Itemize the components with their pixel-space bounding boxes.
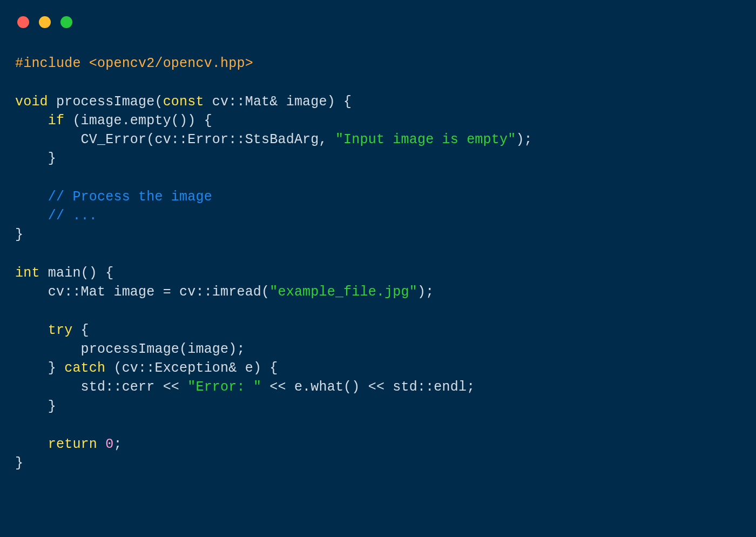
cv-error-call: CV_Error(cv::Error::StsBadArg,: [15, 132, 335, 147]
keyword-void: void: [15, 94, 48, 110]
cerr-line: std::cerr <<: [15, 379, 187, 395]
call-processImage: processImage(image);: [15, 341, 245, 357]
keyword-if: if: [48, 113, 64, 129]
keyword-catch: catch: [64, 360, 105, 376]
maximize-icon[interactable]: [60, 16, 72, 28]
fn-params: cv::Mat& image) {: [204, 94, 352, 110]
comment-line: // Process the image: [15, 189, 212, 205]
catch-params: (cv::Exception& e) {: [105, 360, 278, 376]
keyword-try: try: [48, 323, 73, 338]
preprocessor-line: #include <opencv2/opencv.hpp>: [15, 56, 253, 71]
try-open: {: [72, 323, 89, 338]
semicolon: ;: [113, 437, 122, 452]
fn-processImage: processImage(: [48, 94, 163, 110]
minimize-icon[interactable]: [39, 16, 51, 28]
close-brace: }: [15, 455, 23, 471]
string-literal: "Error: ": [187, 379, 261, 395]
string-literal: "example_file.jpg": [269, 284, 417, 300]
close-icon[interactable]: [17, 16, 29, 28]
string-literal: "Input image is empty": [335, 132, 516, 147]
if-cond: (image.empty()) {: [64, 113, 212, 129]
number-literal: 0: [105, 437, 113, 452]
comment-line: // ...: [15, 208, 97, 224]
cv-error-end: );: [516, 132, 532, 147]
imread-call: cv::Mat image = cv::imread(: [15, 284, 269, 300]
keyword-int: int: [15, 265, 40, 281]
cerr-end: << e.what() << std::endl;: [261, 379, 475, 395]
fn-main: main() {: [40, 265, 114, 281]
imread-end: );: [417, 284, 434, 300]
traffic-lights: [17, 16, 741, 28]
code-window: #include <opencv2/opencv.hpp> void proce…: [0, 0, 756, 537]
close-brace: }: [15, 151, 56, 166]
keyword-return: return: [48, 437, 97, 452]
close-brace: }: [15, 227, 23, 243]
return-space: [97, 437, 105, 452]
code-block: #include <opencv2/opencv.hpp> void proce…: [15, 54, 741, 473]
keyword-const: const: [163, 94, 204, 110]
close-brace: }: [15, 399, 56, 414]
close-brace: }: [15, 360, 64, 376]
